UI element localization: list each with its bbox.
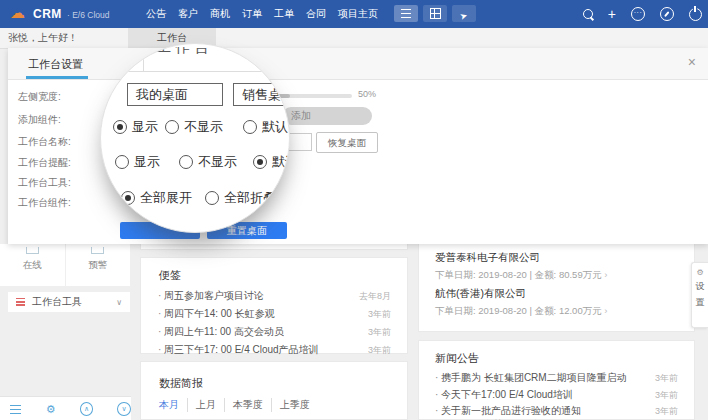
add-icon[interactable]: + bbox=[608, 7, 616, 21]
lens-box-edge bbox=[143, 55, 144, 71]
label-workbench-tools: 工作台工具: bbox=[18, 176, 71, 190]
news-card: 新闻公告 携手鹏为 长虹集团CRM二期项目隆重启动 3年前 今天下午17:00 … bbox=[418, 340, 695, 420]
gear-icon: ⚙ bbox=[696, 268, 703, 277]
data-brief-tabs: 本月 上月 本季度 上季度 bbox=[159, 398, 318, 412]
order-meta[interactable]: 下单日期: 2019-08-20 | 金额: 80.59万元 bbox=[435, 269, 608, 282]
menu-item-order[interactable]: 订单 bbox=[242, 7, 262, 21]
gear-icon[interactable]: ⚙ bbox=[46, 404, 56, 415]
panel-list-icon[interactable] bbox=[10, 405, 21, 414]
online-icon bbox=[26, 247, 39, 254]
notes-card: 便签 周五参加客户项目讨论 去年8月 周四下午14: 00 长虹参观 3年前 周… bbox=[140, 257, 408, 354]
tab-last-quarter[interactable]: 上季度 bbox=[271, 398, 318, 412]
magnifier-lens: 工作台 我的桌面 销售桌面 显示 不显示 默认 显示 不显示 默认 bbox=[100, 43, 290, 233]
brand-name: CRM bbox=[33, 7, 62, 21]
list-view-button[interactable] bbox=[394, 5, 418, 22]
menu-lines-icon bbox=[16, 298, 25, 306]
order-company[interactable]: 航伟(香港)有限公司 bbox=[435, 287, 526, 301]
collapse-down-icon[interactable]: ∨ bbox=[117, 402, 131, 416]
news-item[interactable]: 关于新一批产品进行验收的通知 3年前 bbox=[435, 404, 678, 418]
news-title: 新闻公告 bbox=[435, 351, 479, 366]
lens-divider bbox=[101, 71, 289, 72]
menu-item-contract[interactable]: 合同 bbox=[306, 7, 326, 21]
panel-title: 工作台设置 bbox=[28, 57, 83, 72]
orders-card: 爱普泰科电子有限公司 下单日期: 2019-08-20 | 金额: 80.59万… bbox=[418, 244, 695, 332]
label-add-component: 添加组件: bbox=[18, 113, 61, 127]
note-item[interactable]: 周五参加客户项目讨论 去年8月 bbox=[158, 289, 391, 303]
tools-option-hide[interactable]: 不显示 bbox=[179, 153, 237, 171]
radio-icon bbox=[205, 191, 219, 205]
cloud-logo-icon: ☁ bbox=[10, 3, 25, 23]
power-icon[interactable] bbox=[689, 8, 702, 21]
view-switch-buttons bbox=[394, 5, 476, 22]
tools-option-default[interactable]: 默认 bbox=[253, 153, 290, 171]
clipped-tab-fragment: 工作台 bbox=[156, 47, 246, 66]
notes-title: 便签 bbox=[159, 268, 181, 283]
grid-view-button[interactable] bbox=[423, 5, 447, 22]
tab-this-month[interactable]: 本月 bbox=[159, 398, 187, 412]
menu-item-announcement[interactable]: 公告 bbox=[146, 7, 166, 21]
radio-icon bbox=[243, 120, 257, 134]
menu-item-project-home[interactable]: 项目主页 bbox=[338, 7, 378, 21]
radio-selected-icon bbox=[113, 120, 127, 134]
chevron-down-icon: ∨ bbox=[116, 298, 122, 307]
greeting-text: 张悦，上午好！ bbox=[8, 28, 78, 48]
main-menu: 公告 客户 商机 订单 工单 合同 项目主页 bbox=[146, 0, 378, 28]
radio-icon bbox=[115, 155, 129, 169]
top-navbar: ☁ CRM · E/6 Cloud 公告 客户 商机 订单 工单 合同 项目主页… bbox=[0, 0, 708, 28]
sidebar-bottom-toolbar: ⚙ ∧ ∨ bbox=[0, 396, 131, 420]
collapse-up-icon[interactable]: ∧ bbox=[80, 402, 94, 416]
order-company[interactable]: 爱普泰科电子有限公司 bbox=[435, 251, 540, 265]
search-icon[interactable] bbox=[583, 9, 593, 19]
data-brief-title: 数据简报 bbox=[159, 376, 203, 391]
list-icon bbox=[401, 9, 411, 18]
tools-option-show[interactable]: 显示 bbox=[115, 153, 160, 171]
note-item[interactable]: 周四下午14: 00 长虹参观 3年前 bbox=[158, 307, 391, 321]
close-icon[interactable]: × bbox=[688, 54, 696, 70]
data-brief-card: 数据简报 本月 上月 本季度 上季度 bbox=[140, 361, 408, 420]
panel-header bbox=[8, 48, 708, 80]
news-item[interactable]: 携手鹏为 长虹集团CRM二期项目隆重启动 3年前 bbox=[435, 371, 678, 385]
brand-suffix: · E/6 Cloud bbox=[67, 10, 110, 20]
menu-item-workorder[interactable]: 工单 bbox=[274, 7, 294, 21]
label-workbench-reminder: 工作台提醒: bbox=[18, 156, 71, 170]
topbar-right-icons: + ··· bbox=[583, 0, 702, 28]
paper-plane-icon bbox=[460, 5, 468, 23]
side-settings-tab[interactable]: ⚙ 设 置 bbox=[691, 262, 708, 328]
radio-icon bbox=[165, 120, 179, 134]
tab-underline bbox=[26, 76, 88, 79]
grid-icon bbox=[430, 8, 441, 19]
messages-icon[interactable]: ··· bbox=[631, 7, 645, 21]
desktop-tab-mine[interactable]: 我的桌面 bbox=[127, 83, 223, 106]
send-button[interactable] bbox=[452, 5, 476, 22]
restore-desktop-button[interactable]: 恢复桌面 bbox=[316, 132, 378, 153]
components-option-expand-all[interactable]: 全部展开 bbox=[121, 189, 192, 207]
tab-this-quarter[interactable]: 本季度 bbox=[224, 398, 271, 412]
reminder-option-hide[interactable]: 不显示 bbox=[165, 118, 223, 136]
label-left-width: 左侧宽度: bbox=[18, 90, 61, 104]
menu-item-opportunity[interactable]: 商机 bbox=[210, 7, 230, 21]
phone-icon[interactable] bbox=[660, 7, 674, 21]
news-item[interactable]: 今天下午17:00 E/4 Cloud培训 3年前 bbox=[435, 388, 678, 402]
radio-selected-icon bbox=[253, 155, 267, 169]
sidebar-cell-online[interactable]: 在线 bbox=[0, 244, 66, 286]
greeting-bar: 张悦，上午好！ 工作台 bbox=[0, 28, 708, 49]
menu-item-customer[interactable]: 客户 bbox=[178, 7, 198, 21]
add-component-button[interactable]: 添加 bbox=[282, 107, 372, 125]
screen: ☁ CRM · E/6 Cloud 公告 客户 商机 订单 工单 合同 项目主页… bbox=[0, 0, 708, 420]
label-workbench-components: 工作台组件: bbox=[18, 196, 71, 210]
alert-icon bbox=[91, 247, 104, 254]
note-item[interactable]: 周三下午17: 00 E/4 Cloud产品培训 3年前 bbox=[158, 343, 391, 357]
card-sliver bbox=[140, 244, 408, 250]
order-meta[interactable]: 下单日期: 2019-08-20 | 金额: 12.00万元 bbox=[435, 305, 608, 318]
workbench-tools-header[interactable]: 工作台工具 ∨ bbox=[8, 292, 130, 312]
sidebar-cell-alert[interactable]: 预警 bbox=[66, 244, 131, 286]
sidebar-status-cells: 在线 预警 bbox=[0, 244, 130, 286]
reminder-option-show[interactable]: 显示 bbox=[113, 118, 158, 136]
radio-icon bbox=[179, 155, 193, 169]
tab-last-month[interactable]: 上月 bbox=[187, 398, 224, 412]
slider-value: 50% bbox=[358, 89, 376, 99]
label-workbench-name: 工作台名称: bbox=[18, 135, 71, 149]
note-item[interactable]: 周四上午11: 00 高交会动员 3年前 bbox=[158, 325, 391, 339]
reminder-option-default[interactable]: 默认 bbox=[243, 118, 288, 136]
